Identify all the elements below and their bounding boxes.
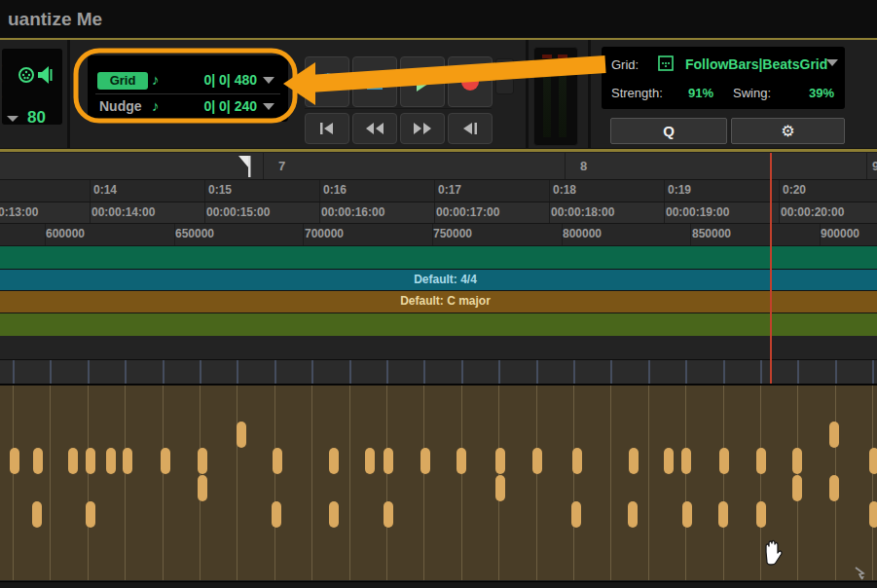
midi-piano-roll[interactable]: [0, 386, 877, 580]
midi-gridline: [163, 386, 164, 580]
record-button[interactable]: [448, 56, 493, 107]
midi-note[interactable]: [532, 448, 542, 474]
midi-note[interactable]: [869, 501, 877, 528]
grid-mode-dropdown-arrow[interactable]: [826, 59, 838, 66]
go-to-end-icon: [462, 122, 478, 135]
midi-note[interactable]: [829, 422, 839, 448]
seconds-label: 0:16: [323, 183, 347, 197]
rewind-button[interactable]: [352, 113, 397, 144]
midi-note[interactable]: [198, 448, 207, 474]
midi-note[interactable]: [273, 448, 282, 474]
nudge-note-icon[interactable]: ♪: [152, 97, 160, 114]
seconds-label: 0:18: [553, 183, 576, 197]
midi-note[interactable]: [829, 475, 839, 501]
ruler-tick: [866, 153, 867, 179]
grid-mode-value[interactable]: FollowBars|BeatsGrid: [685, 56, 827, 72]
chords-lane[interactable]: [0, 313, 877, 337]
transport-aux-button-bottom[interactable]: [495, 78, 514, 94]
midi-note[interactable]: [198, 475, 207, 501]
meter-channel-left: [543, 61, 551, 137]
midi-note[interactable]: [572, 448, 582, 474]
beat-tick: [723, 360, 725, 384]
midi-note[interactable]: [33, 448, 43, 474]
midi-note[interactable]: [365, 448, 375, 474]
midi-note[interactable]: [420, 448, 430, 474]
transport-separator: [305, 108, 492, 109]
tempo-value[interactable]: 80: [27, 108, 46, 125]
minutes-seconds-ruler[interactable]: 0:140:150:160:170:180:190:20: [0, 180, 877, 202]
nudge-value-dropdown-arrow[interactable]: [263, 103, 274, 110]
speaker-icon[interactable]: [37, 65, 55, 85]
midi-note[interactable]: [86, 448, 95, 474]
midi-note[interactable]: [457, 448, 466, 474]
playhead-cursor[interactable]: [770, 153, 772, 384]
play-button[interactable]: [400, 56, 445, 107]
midi-note[interactable]: [10, 448, 19, 474]
nudge-label[interactable]: Nudge: [99, 98, 142, 114]
midi-gridline: [125, 386, 126, 580]
window-title: uantize Me: [8, 0, 102, 37]
midi-note[interactable]: [161, 448, 170, 474]
beats-grid-icon[interactable]: [658, 55, 674, 71]
midi-note[interactable]: [719, 448, 729, 474]
midi-note[interactable]: [32, 501, 42, 528]
title-bar[interactable]: uantize Me: [0, 0, 877, 37]
midi-note[interactable]: [718, 501, 728, 528]
midi-note[interactable]: [792, 475, 802, 501]
midi-note[interactable]: [664, 448, 674, 474]
grid-value[interactable]: 0| 0| 480: [169, 72, 257, 88]
midi-note[interactable]: [869, 448, 877, 474]
stop-button[interactable]: [352, 56, 397, 107]
loop-playback-button[interactable]: [305, 56, 349, 107]
midi-note[interactable]: [384, 448, 393, 474]
timecode-ruler[interactable]: 00:00:13:0000:00:14:0000:00:15:0000:00:1…: [0, 202, 877, 224]
midi-note[interactable]: [495, 475, 505, 501]
midi-gridline: [423, 386, 424, 580]
midi-note[interactable]: [681, 448, 691, 474]
transport-aux-button-top[interactable]: [495, 58, 514, 75]
ruler-tick: [779, 180, 780, 202]
return-to-zero-button[interactable]: [305, 113, 349, 144]
key-lane[interactable]: Default: C major: [0, 291, 877, 313]
midi-note[interactable]: [68, 448, 78, 474]
midi-note[interactable]: [495, 448, 505, 474]
midi-note[interactable]: [106, 448, 116, 474]
timecode-label: 00:00:15:00: [206, 205, 270, 219]
bars-beats-ruler[interactable]: 789: [0, 153, 877, 180]
strength-value[interactable]: 91%: [688, 86, 713, 100]
settings-button[interactable]: ⚙: [731, 118, 845, 144]
midi-gridline: [50, 386, 51, 580]
nudge-value[interactable]: 0| 0| 240: [169, 98, 257, 114]
midi-note[interactable]: [792, 448, 802, 474]
swing-value[interactable]: 39%: [809, 86, 834, 100]
grid-mode-chip[interactable]: Grid: [97, 72, 148, 90]
go-to-end-button[interactable]: [448, 113, 493, 144]
midi-note[interactable]: [123, 448, 132, 474]
midi-note[interactable]: [756, 501, 766, 528]
midi-note[interactable]: [329, 448, 339, 474]
midi-note[interactable]: [756, 448, 766, 474]
midi-note[interactable]: [571, 501, 581, 528]
beat-tick-strip: [0, 360, 877, 386]
daw-window: uantize Me 0 0 0 80 Grid ♪ 0| 0| 480 Nud…: [0, 0, 877, 588]
midi-note[interactable]: [237, 422, 246, 448]
beat-tick: [13, 360, 15, 384]
midi-note[interactable]: [682, 501, 692, 528]
grid-note-icon[interactable]: ♪: [152, 71, 160, 88]
tempo-lane[interactable]: [0, 246, 877, 270]
grid-value-dropdown-arrow[interactable]: [263, 77, 274, 84]
midi-note[interactable]: [629, 448, 639, 474]
midi-note[interactable]: [86, 501, 95, 528]
timecode-label: 00:00:14:00: [91, 205, 155, 219]
midi-note[interactable]: [272, 501, 281, 528]
tempo-dropdown-arrow[interactable]: [7, 116, 18, 122]
samples-ruler[interactable]: 6000006500007000007500008000008500009000…: [0, 224, 877, 246]
midi-note[interactable]: [384, 501, 393, 528]
meter-lane[interactable]: Default: 4/4: [0, 270, 877, 291]
metronome-click-icon[interactable]: [18, 66, 35, 84]
quantize-button[interactable]: Q: [610, 118, 727, 144]
midi-note[interactable]: [628, 501, 638, 528]
song-start-marker-icon[interactable]: [238, 155, 253, 178]
fast-forward-button[interactable]: [400, 113, 445, 144]
midi-note[interactable]: [329, 501, 339, 528]
